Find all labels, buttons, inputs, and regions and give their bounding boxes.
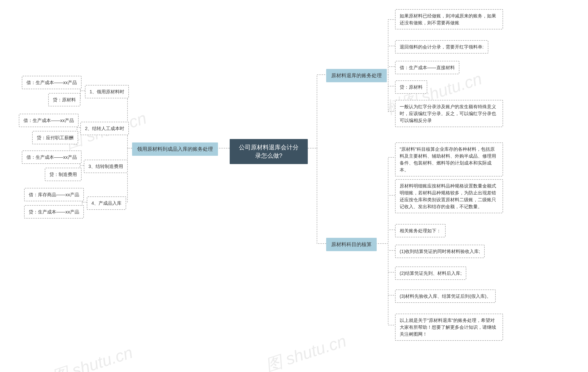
r1-leaf-5[interactable]: 一般认为红字分录涉及账户的发生额有特殊意义时，应该编红字分录。反之，可以编红字分… bbox=[395, 100, 503, 127]
step-1-credit[interactable]: 贷：原材料 bbox=[48, 93, 80, 106]
right-branch-1[interactable]: 原材料退库的账务处理 bbox=[326, 69, 387, 82]
r1-leaf-3[interactable]: 借：生产成本——直接材料 bbox=[395, 61, 459, 74]
step-4-debit[interactable]: 借：库存商品——xx产品 bbox=[24, 188, 84, 201]
r2-leaf-2[interactable]: 原材料明细账应按材料品种规格设置数量金额式明细账，若材料品种规格较多，为防止出现… bbox=[395, 179, 503, 213]
step-4[interactable]: 4、产成品入库 bbox=[87, 196, 126, 210]
r2-leaf-6[interactable]: (3)材料先验收入库、结算凭证后到(假入库)。 bbox=[395, 289, 496, 303]
r1-leaf-1[interactable]: 如果原材料已经做账，则冲减原来的账务，如果还没有做账，则不需要再做账 bbox=[395, 9, 503, 29]
r2-leaf-1[interactable]: "原材料"科目核算企业库存的各种材料，包括原料及主要材料、辅助材料、外购半成品、… bbox=[395, 142, 503, 176]
watermark: 图 shutu.cn bbox=[263, 330, 349, 372]
step-2[interactable]: 2、结转人工成本时 bbox=[80, 122, 129, 135]
watermark: 图 shutu.cn bbox=[49, 341, 136, 372]
step-2-debit[interactable]: 借：生产成本——xx产品 bbox=[19, 114, 79, 127]
step-4-credit[interactable]: 贷：生产成本——xx产品 bbox=[24, 205, 84, 219]
step-1-debit[interactable]: 借：生产成本——xx产品 bbox=[22, 76, 82, 89]
step-1[interactable]: 1、领用原材料时 bbox=[85, 85, 129, 98]
r1-leaf-4[interactable]: 贷：原材料 bbox=[395, 80, 427, 94]
left-branch[interactable]: 领用原材料到成品入库的账务处理 bbox=[132, 142, 218, 156]
r2-leaf-5[interactable]: (2)结算凭证先到、材料后入库; bbox=[395, 266, 466, 280]
right-branch-2[interactable]: 原材料科目的核算 bbox=[326, 238, 377, 251]
r2-leaf-4[interactable]: (1)收到结算凭证的同时将材料验收入库; bbox=[395, 245, 485, 258]
step-2-credit[interactable]: 贷：应付职工薪酬 bbox=[32, 131, 78, 144]
root-node[interactable]: 公司原材料退库会计分录怎么做? bbox=[230, 139, 308, 164]
step-3[interactable]: 3、结转制造费用 bbox=[84, 160, 128, 173]
step-3-credit[interactable]: 贷：制造费用 bbox=[45, 168, 82, 181]
r2-leaf-7[interactable]: 以上就是关于"原材料退库"的账务处理，希望对大家有所帮助！想要了解更多会计知识，… bbox=[395, 314, 503, 341]
r2-leaf-3[interactable]: 相关账务处理如下： bbox=[395, 224, 446, 237]
step-3-debit[interactable]: 借：生产成本——xx产品 bbox=[22, 150, 82, 164]
r1-leaf-2[interactable]: 退回领料的会计分录，需要开红字领料单: bbox=[395, 40, 488, 53]
